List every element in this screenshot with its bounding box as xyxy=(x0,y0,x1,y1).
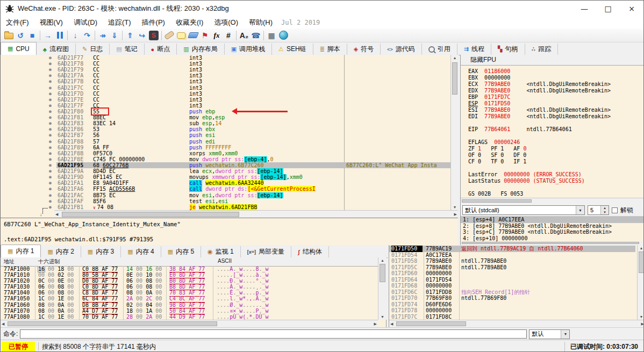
disasm-bytes[interactable]: CC xyxy=(93,97,99,103)
dump-byte[interactable]: 1E xyxy=(58,314,64,320)
tab-句柄[interactable]: ▚句柄 xyxy=(491,44,525,55)
dump-byte[interactable]: 70 xyxy=(82,314,89,320)
chevron-down-icon[interactable]: ▼ xyxy=(561,330,569,339)
dump-byte[interactable]: 00 xyxy=(136,296,142,301)
disasm-bytes[interactable]: 68 60C2776B xyxy=(93,162,128,168)
dump-byte[interactable]: 00 xyxy=(136,314,142,320)
disasm-instruction[interactable]: test esi,esi xyxy=(189,198,344,204)
dump-byte[interactable]: AF xyxy=(189,302,195,308)
dump-byte[interactable]: AF xyxy=(189,272,195,278)
dump-byte[interactable]: 44 xyxy=(169,314,176,320)
breakpoint-dot-icon[interactable]: ● xyxy=(49,91,52,97)
dump-byte[interactable]: 16 xyxy=(146,266,152,272)
breakpoint-dot-icon[interactable]: ● xyxy=(49,126,52,132)
disasm-instruction[interactable]: int3 xyxy=(189,78,344,84)
register-row[interactable]: LastError 00000000 (ERROR_SUCCESS) xyxy=(468,171,644,178)
dump-address[interactable]: 77AF1000 xyxy=(4,266,30,272)
tab-符号[interactable]: ◈符号 xyxy=(347,44,381,55)
stack-value[interactable]: 0171FDD8 xyxy=(426,289,452,296)
dump-byte[interactable]: AF xyxy=(189,290,195,296)
dump-byte[interactable]: 14 xyxy=(126,266,133,272)
dump-byte[interactable]: 16 xyxy=(38,266,45,272)
menu-item-0[interactable]: 文件(F) xyxy=(1,17,34,28)
disasm-instruction[interactable]: call dword ptr ds:[<&GetCurrentProcessI xyxy=(189,186,344,192)
menu-item-3[interactable]: 追踪(T) xyxy=(103,17,137,28)
dump-dword[interactable]: 18 00 1A 00 xyxy=(126,308,162,314)
dump-byte[interactable]: 8D xyxy=(179,278,185,284)
dump-byte[interactable]: AF xyxy=(189,308,195,314)
disasm-address[interactable]: 6AD21F88 xyxy=(58,139,83,145)
disasm-address[interactable]: 6AD21F7E xyxy=(58,97,83,103)
stack-address[interactable]: 0171FD7C xyxy=(391,314,423,320)
stack-vertical-scrollbar[interactable]: ▲ ▼ xyxy=(637,245,644,320)
stack-comment[interactable]: ntdll.77B9ABE0 xyxy=(461,258,506,264)
dump-dword[interactable]: 44 D9 AF 77 xyxy=(169,314,205,320)
disasm-instruction[interactable]: int3 xyxy=(189,73,344,78)
args-count-stepper[interactable]: 5 ▲▼ xyxy=(588,205,609,215)
disasm-instruction[interactable]: sub esp,14 xyxy=(189,120,344,126)
breakpoint-dot-icon[interactable]: ● xyxy=(49,174,52,180)
disasm-address[interactable]: 6AD21F80 xyxy=(58,109,83,114)
disasm-row[interactable]: ●6AD21F8EC745 FC 00000000mov dword ptr s… xyxy=(1,156,457,162)
stack-address[interactable]: 0171FD5C xyxy=(391,264,423,271)
dump-byte[interactable]: 00 xyxy=(67,302,74,308)
dump-byte[interactable]: AF xyxy=(102,308,108,314)
dump-byte[interactable]: B0 xyxy=(169,278,176,284)
menu-item-2[interactable]: 调试(D) xyxy=(68,17,103,28)
breakpoint-dot-icon[interactable]: ● xyxy=(49,97,52,103)
dump-row[interactable]: 77AF107008 00 0A 00A4 D7 AF 7718 00 1A 0… xyxy=(1,308,378,314)
stack-row[interactable]: 0171FD5877B9ABE0ntdll.77B9ABE0 xyxy=(389,258,635,264)
dump-byte[interactable]: 08 xyxy=(38,302,45,308)
dump-byte[interactable]: 8D xyxy=(92,290,98,296)
disasm-instruction[interactable]: mov dword ptr ss:[ebp-4],0 xyxy=(189,156,344,162)
dump-byte[interactable]: AF xyxy=(189,296,195,301)
dump-address[interactable]: 77AF1050 xyxy=(4,296,30,301)
dump-byte[interactable]: 77 xyxy=(198,278,205,284)
dump-byte[interactable]: 2C xyxy=(146,296,152,301)
dump-byte[interactable]: 00 xyxy=(155,266,162,272)
dump-ascii[interactable]: ....Ð._w....°._w xyxy=(217,278,269,284)
breakpoint-dot-icon[interactable]: ● xyxy=(49,150,52,156)
dump-dword[interactable]: 06 00 08 00 xyxy=(126,278,162,284)
tab-SEH链[interactable]: ⚠SEH链 xyxy=(272,44,313,55)
tab-引用[interactable]: 引用 xyxy=(422,44,457,55)
disasm-instruction[interactable]: mov esi,dword ptr ss:[ebp-14] xyxy=(189,192,344,198)
tab-脚本[interactable]: ≣脚本 xyxy=(313,44,347,55)
stack-address[interactable]: 0171FD54 xyxy=(391,252,423,258)
breakpoint-dot-icon[interactable]: ● xyxy=(49,61,52,67)
dump-byte[interactable]: 00 xyxy=(67,266,74,272)
stack-row[interactable]: 0171FD5C77B9ABE0ntdll.77B9ABE0 xyxy=(389,264,635,271)
dump-byte[interactable]: 0A xyxy=(58,302,64,308)
stack-address[interactable]: 0171FD74 xyxy=(391,301,423,308)
register-row[interactable]: EDX 77B9ABE0 <ntdll.DbgUiRemoteBreakin> xyxy=(468,88,644,94)
dump-byte[interactable]: 00 xyxy=(48,296,54,301)
dump-byte[interactable]: 06 xyxy=(126,278,133,284)
dump-dword[interactable]: 1C 00 1E 00 xyxy=(38,314,74,320)
dump-byte[interactable]: 77 xyxy=(111,290,118,296)
dump-byte[interactable]: 00 xyxy=(48,302,54,308)
dump-byte[interactable]: 0C xyxy=(38,278,45,284)
stack-row[interactable]: 0171FD5077B9AC19返回到 ntdll.77B9AC19 自 ntd… xyxy=(389,246,635,252)
dump-byte[interactable]: 77 xyxy=(111,296,118,301)
dump-ascii[interactable]: ....À._w....¸._w xyxy=(217,284,269,290)
breakpoint-dot-icon[interactable]: ● xyxy=(49,55,52,61)
menu-item-1[interactable]: 视图(V) xyxy=(34,17,68,28)
bottom-tab-内存 2[interactable]: ▦内存 2 xyxy=(41,246,81,257)
dump-byte[interactable]: 38 xyxy=(169,266,176,272)
bottom-tab-局部变量[interactable]: [x=]局部变量 xyxy=(241,246,291,257)
register-row[interactable]: EBX 00000000 xyxy=(468,75,644,81)
dump-address[interactable]: 77AF1070 xyxy=(4,308,30,314)
disasm-bytes[interactable]: CC xyxy=(93,67,99,73)
disasm-row[interactable]: ●6AD21FAC8B75 ECmov esi,dword ptr ss:[eb… xyxy=(1,192,457,198)
disasm-horizontal-scrollbar[interactable]: ◀ ▶ xyxy=(54,210,458,218)
dump-byte[interactable]: 10 xyxy=(146,272,152,278)
dump-byte[interactable]: 6C xyxy=(82,296,89,301)
functions-icon[interactable]: fx xyxy=(211,30,223,41)
stack-comment[interactable]: 返回到 ntdll.77B9AC19 自 ntdll.77B64060 xyxy=(461,246,583,252)
dump-byte[interactable]: 77 xyxy=(111,266,118,272)
stack-address[interactable]: 0171FD70 xyxy=(391,295,423,301)
dump-ascii[interactable]: ....À._w....8._w xyxy=(217,266,269,272)
dump-dword[interactable]: 08 00 0A 00 xyxy=(38,308,74,314)
bookmarks-icon[interactable]: ⚑ xyxy=(199,30,211,41)
stack-comment[interactable]: ntdll.77B9ABE0 xyxy=(461,264,506,271)
